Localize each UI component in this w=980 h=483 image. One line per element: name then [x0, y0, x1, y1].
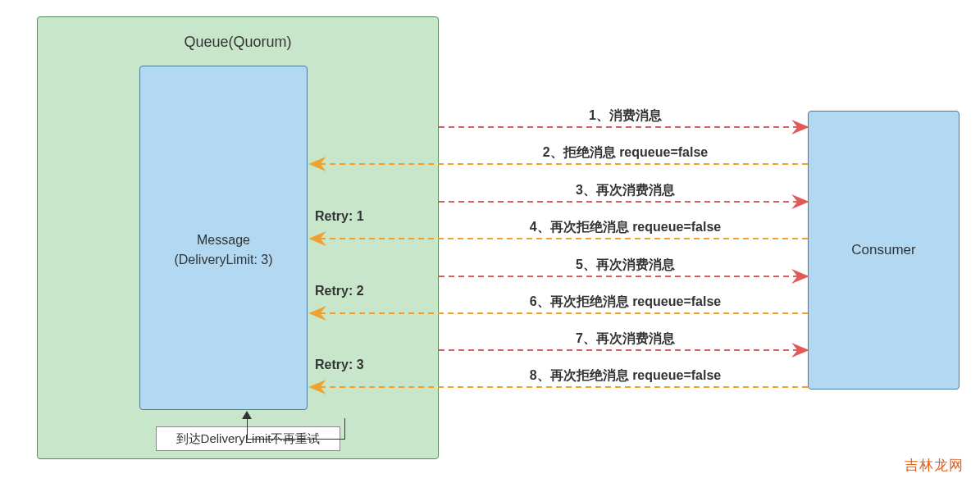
step-1-label: 1、消费消息: [443, 107, 808, 125]
connector-v2: [247, 418, 248, 440]
consumer-box: Consumer: [808, 111, 959, 390]
connector-v1: [344, 418, 345, 440]
message-label: Message (DeliveryLimit: 3): [140, 230, 307, 270]
step-3-label: 3、再次消费消息: [443, 182, 808, 199]
retry-1-label: Retry: 1: [315, 209, 364, 224]
step-2-label: 2、拒绝消息 requeue=false: [443, 144, 808, 162]
step-4-label: 4、再次拒绝消息 requeue=false: [443, 219, 808, 236]
watermark: 吉林龙网: [905, 456, 964, 475]
step-6-label: 6、再次拒绝消息 requeue=false: [443, 294, 808, 311]
step-5-label: 5、再次消费消息: [443, 257, 808, 274]
step-7-label: 7、再次消费消息: [443, 330, 808, 348]
message-line1: Message: [197, 233, 250, 247]
retry-3-label: Retry: 3: [315, 358, 364, 372]
retry-2-label: Retry: 2: [315, 284, 364, 298]
connector-arrowhead: [242, 411, 252, 419]
message-box: Message (DeliveryLimit: 3): [139, 66, 308, 410]
queue-title: Queue(Quorum): [38, 34, 438, 51]
connector-h: [247, 439, 345, 440]
diagram-canvas: Queue(Quorum) Message (DeliveryLimit: 3)…: [0, 0, 980, 483]
consumer-label: Consumer: [851, 242, 915, 258]
message-line2: (DeliveryLimit: 3): [174, 253, 272, 267]
step-8-label: 8、再次拒绝消息 requeue=false: [443, 367, 808, 385]
